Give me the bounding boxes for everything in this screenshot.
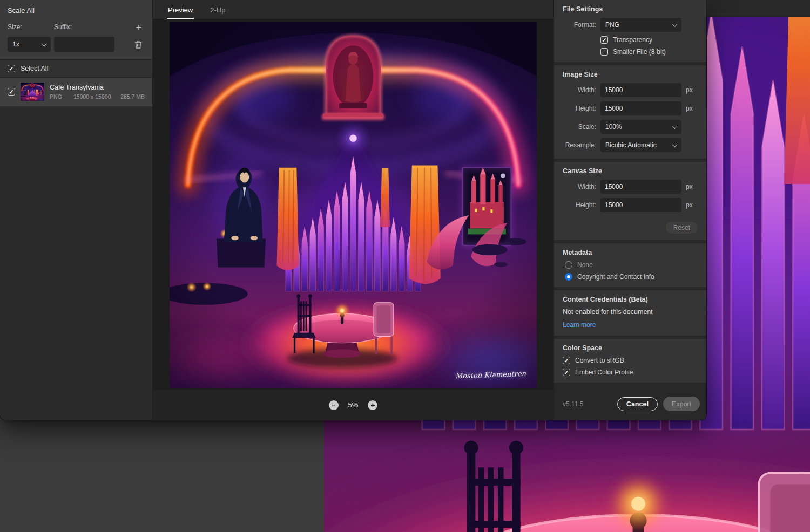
artwork xyxy=(170,22,537,388)
transparency-checkbox[interactable] xyxy=(600,36,608,44)
tab-2up[interactable]: 2-Up xyxy=(209,1,226,19)
format-dropdown[interactable]: PNG xyxy=(600,18,681,32)
convert-srgb-label: Convert to sRGB xyxy=(575,357,624,364)
image-width-row: Width: px xyxy=(563,83,698,97)
resample-label: Resample: xyxy=(563,141,596,149)
image-height-input[interactable] xyxy=(600,101,681,115)
metadata-title: Metadata xyxy=(563,249,698,256)
select-all-label: Select All xyxy=(21,65,48,72)
scale-all-block: Scale All Size: Suffix: 1x xyxy=(0,0,152,59)
embed-profile-checkbox[interactable] xyxy=(563,369,570,376)
resample-row: Resample: Bicubic Automatic xyxy=(563,138,698,152)
export-button[interactable]: Export xyxy=(663,397,700,411)
canvas-width-input[interactable] xyxy=(600,180,681,194)
scale-row: Scale: 100% xyxy=(563,120,698,134)
canvas-width-label: Width: xyxy=(563,183,596,190)
smaller-file-label: Smaller File (8-bit) xyxy=(613,48,666,56)
chevron-down-icon xyxy=(42,41,47,46)
cancel-button[interactable]: Cancel xyxy=(617,397,658,411)
select-all-checkbox[interactable] xyxy=(8,65,15,72)
select-all-row: Select All xyxy=(0,59,152,78)
zoom-bar: 5% xyxy=(153,390,554,420)
format-row: Format: PNG xyxy=(563,18,698,32)
add-scale-button[interactable] xyxy=(133,21,145,33)
image-width-input[interactable] xyxy=(600,83,681,97)
scale-labels-row: Size: Suffix: xyxy=(8,21,145,33)
px-unit: px xyxy=(686,86,693,94)
file-settings-section: File Settings Format: PNG Transparency S… xyxy=(554,0,706,62)
scale-size-value: 1x xyxy=(12,40,19,48)
resample-dropdown[interactable]: Bicubic Automatic xyxy=(600,138,681,152)
transparency-label: Transparency xyxy=(613,36,652,44)
file-thumbnail xyxy=(21,83,44,101)
smaller-file-checkbox[interactable] xyxy=(600,48,608,56)
suffix-label: Suffix: xyxy=(54,23,133,31)
px-unit: px xyxy=(686,183,693,190)
embed-profile-row: Embed Color Profile xyxy=(563,369,698,376)
version-label: v5.11.5 xyxy=(563,400,583,408)
convert-srgb-row: Convert to sRGB xyxy=(563,357,698,364)
file-list-item[interactable]: Café Transylvania PNG 15000 x 15000 285.… xyxy=(0,78,152,106)
color-space-title: Color Space xyxy=(563,344,698,352)
scale-value: 100% xyxy=(605,123,622,131)
settings-panel: File Settings Format: PNG Transparency S… xyxy=(554,0,706,420)
metadata-none-radio[interactable] xyxy=(565,261,572,269)
scale-label: Scale: xyxy=(563,123,596,131)
metadata-none-row: None xyxy=(563,261,698,269)
reset-row: Reset xyxy=(563,216,698,234)
embed-profile-label: Embed Color Profile xyxy=(575,369,633,376)
convert-srgb-checkbox[interactable] xyxy=(563,357,570,364)
preview-tab-bar: Preview 2-Up xyxy=(153,0,554,19)
metadata-copyright-label: Copyright and Contact Info xyxy=(577,273,654,281)
content-credentials-title: Content Credentials (Beta) xyxy=(563,296,698,303)
content-credentials-status: Not enabled for this document xyxy=(563,308,698,316)
zoom-level: 5% xyxy=(348,401,359,409)
delete-scale-button[interactable] xyxy=(132,38,145,51)
size-label: Size: xyxy=(8,23,54,31)
resample-value: Bicubic Automatic xyxy=(605,141,657,149)
canvas-width-row: Width: px xyxy=(563,180,698,194)
file-size: 285.7 MB xyxy=(120,93,145,100)
chevron-down-icon xyxy=(672,124,678,129)
chevron-down-icon xyxy=(672,22,678,27)
preview-viewport: Moston Klamentren xyxy=(153,19,554,390)
image-size-title: Image Size xyxy=(563,71,698,78)
metadata-none-label: None xyxy=(577,261,593,269)
reset-button[interactable]: Reset xyxy=(666,222,698,234)
format-label: Format: xyxy=(563,21,596,29)
canvas-height-label: Height: xyxy=(563,201,596,209)
px-unit: px xyxy=(686,201,693,209)
background-app-bar xyxy=(706,0,810,17)
canvas-height-input[interactable] xyxy=(600,198,681,212)
zoom-in-button[interactable] xyxy=(368,400,377,410)
height-label: Height: xyxy=(563,105,596,112)
tab-preview[interactable]: Preview xyxy=(167,1,194,19)
file-checkbox[interactable] xyxy=(8,88,15,96)
image-height-row: Height: px xyxy=(563,101,698,115)
width-label: Width: xyxy=(563,86,596,94)
scale-size-dropdown[interactable]: 1x xyxy=(8,37,51,52)
scale-panel: Scale All Size: Suffix: 1x xyxy=(0,0,153,420)
transparency-row: Transparency xyxy=(600,36,698,44)
suffix-input[interactable] xyxy=(54,37,114,52)
chevron-down-icon xyxy=(672,142,678,147)
canvas-height-row: Height: px xyxy=(563,198,698,212)
metadata-copyright-radio[interactable] xyxy=(565,273,572,281)
zoom-out-button[interactable] xyxy=(329,400,339,410)
file-details-row: PNG 15000 x 15000 285.7 MB xyxy=(50,93,145,100)
file-list-empty-area xyxy=(0,106,152,420)
scale-all-title: Scale All xyxy=(8,6,145,15)
content-credentials-section: Content Credentials (Beta) Not enabled f… xyxy=(554,290,706,336)
file-meta: Café Transylvania PNG 15000 x 15000 285.… xyxy=(50,84,145,100)
learn-more-link[interactable]: Learn more xyxy=(563,321,596,329)
file-settings-title: File Settings xyxy=(563,5,698,13)
dialog-footer: v5.11.5 Cancel Export xyxy=(554,390,706,420)
format-value: PNG xyxy=(605,21,619,29)
file-dimensions: 15000 x 15000 xyxy=(73,93,111,100)
scale-dropdown[interactable]: 100% xyxy=(600,120,681,134)
scale-controls-row: 1x xyxy=(8,37,145,52)
image-size-section: Image Size Width: px Height: px Scale: 1… xyxy=(554,65,706,159)
color-space-section: Color Space Convert to sRGB Embed Color … xyxy=(554,339,706,383)
file-format: PNG xyxy=(50,93,73,100)
preview-image: Moston Klamentren xyxy=(170,22,537,388)
